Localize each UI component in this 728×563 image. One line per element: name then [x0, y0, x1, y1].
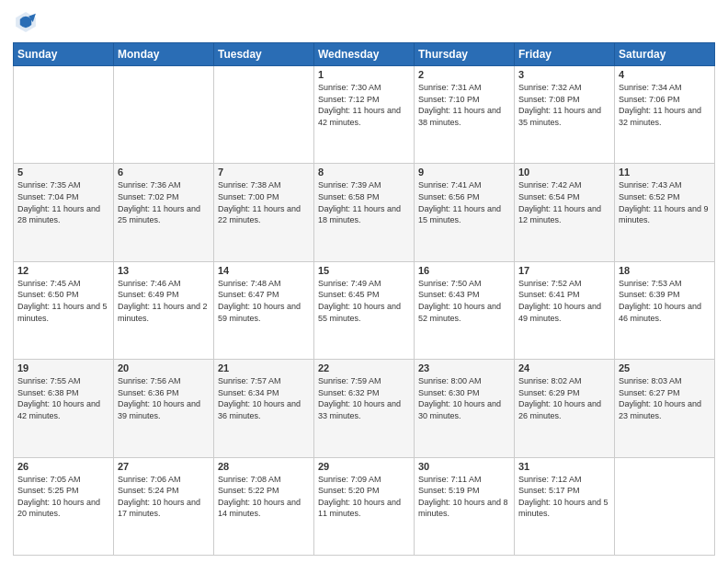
day-info: Sunrise: 8:03 AMSunset: 6:27 PMDaylight:… — [619, 375, 711, 421]
day-cell: 11Sunrise: 7:43 AMSunset: 6:52 PMDayligh… — [615, 164, 715, 261]
day-number: 25 — [619, 362, 711, 373]
day-cell: 17Sunrise: 7:52 AMSunset: 6:41 PMDayligh… — [515, 261, 615, 359]
day-info: Sunrise: 8:00 AMSunset: 6:30 PMDaylight:… — [418, 375, 510, 421]
calendar-container: SundayMondayTuesdayWednesdayThursdayFrid… — [0, 0, 728, 563]
day-cell: 3Sunrise: 7:32 AMSunset: 7:08 PMDaylight… — [515, 66, 615, 164]
day-cell: 30Sunrise: 7:11 AMSunset: 5:19 PMDayligh… — [415, 457, 515, 555]
day-info: Sunrise: 7:34 AMSunset: 7:06 PMDaylight:… — [619, 82, 711, 128]
day-number: 21 — [218, 362, 310, 373]
day-cell: 14Sunrise: 7:48 AMSunset: 6:47 PMDayligh… — [214, 261, 314, 359]
day-number: 23 — [418, 362, 510, 373]
day-info: Sunrise: 7:36 AMSunset: 7:02 PMDaylight:… — [118, 179, 210, 225]
day-number: 12 — [17, 265, 109, 276]
day-info: Sunrise: 8:02 AMSunset: 6:29 PMDaylight:… — [518, 375, 610, 421]
day-cell: 5Sunrise: 7:35 AMSunset: 7:04 PMDaylight… — [14, 164, 114, 261]
day-number: 20 — [118, 362, 210, 373]
day-number: 28 — [218, 461, 310, 472]
day-cell: 15Sunrise: 7:49 AMSunset: 6:45 PMDayligh… — [314, 261, 415, 359]
day-cell — [214, 66, 314, 164]
day-cell: 18Sunrise: 7:53 AMSunset: 6:39 PMDayligh… — [615, 261, 715, 359]
day-cell: 25Sunrise: 8:03 AMSunset: 6:27 PMDayligh… — [615, 360, 715, 457]
day-info: Sunrise: 7:35 AMSunset: 7:04 PMDaylight:… — [17, 179, 109, 225]
day-info: Sunrise: 7:38 AMSunset: 7:00 PMDaylight:… — [218, 179, 310, 225]
weekday-header-wednesday: Wednesday — [314, 43, 415, 66]
day-info: Sunrise: 7:05 AMSunset: 5:25 PMDaylight:… — [17, 474, 109, 520]
day-info: Sunrise: 7:53 AMSunset: 6:39 PMDaylight:… — [619, 278, 711, 324]
day-cell: 26Sunrise: 7:05 AMSunset: 5:25 PMDayligh… — [14, 457, 114, 555]
day-number: 3 — [518, 69, 610, 80]
weekday-header-tuesday: Tuesday — [214, 43, 314, 66]
day-number: 9 — [418, 167, 510, 178]
day-info: Sunrise: 7:55 AMSunset: 6:38 PMDaylight:… — [17, 375, 109, 421]
calendar: SundayMondayTuesdayWednesdayThursdayFrid… — [13, 42, 715, 556]
day-cell — [14, 66, 114, 164]
day-number: 18 — [619, 265, 711, 276]
day-cell: 22Sunrise: 7:59 AMSunset: 6:32 PMDayligh… — [314, 360, 415, 457]
day-info: Sunrise: 7:42 AMSunset: 6:54 PMDaylight:… — [518, 179, 610, 225]
day-cell: 12Sunrise: 7:45 AMSunset: 6:50 PMDayligh… — [14, 261, 114, 359]
day-info: Sunrise: 7:48 AMSunset: 6:47 PMDaylight:… — [218, 278, 310, 324]
weekday-header-thursday: Thursday — [415, 43, 515, 66]
day-info: Sunrise: 7:59 AMSunset: 6:32 PMDaylight:… — [318, 375, 410, 421]
logo-icon — [13, 9, 39, 35]
week-row-3: 12Sunrise: 7:45 AMSunset: 6:50 PMDayligh… — [14, 261, 715, 359]
day-number: 31 — [518, 461, 610, 472]
day-number: 8 — [318, 167, 410, 178]
calendar-table: SundayMondayTuesdayWednesdayThursdayFrid… — [13, 42, 715, 556]
day-info: Sunrise: 7:30 AMSunset: 7:12 PMDaylight:… — [318, 82, 410, 128]
day-info: Sunrise: 7:06 AMSunset: 5:24 PMDaylight:… — [118, 474, 210, 520]
day-cell: 21Sunrise: 7:57 AMSunset: 6:34 PMDayligh… — [214, 360, 314, 457]
day-number: 22 — [318, 362, 410, 373]
day-number: 10 — [518, 167, 610, 178]
day-cell: 29Sunrise: 7:09 AMSunset: 5:20 PMDayligh… — [314, 457, 415, 555]
day-cell: 4Sunrise: 7:34 AMSunset: 7:06 PMDaylight… — [615, 66, 715, 164]
day-info: Sunrise: 7:56 AMSunset: 6:36 PMDaylight:… — [118, 375, 210, 421]
day-number: 5 — [17, 167, 109, 178]
day-number: 27 — [118, 461, 210, 472]
day-cell: 31Sunrise: 7:12 AMSunset: 5:17 PMDayligh… — [515, 457, 615, 555]
day-number: 24 — [518, 362, 610, 373]
day-info: Sunrise: 7:52 AMSunset: 6:41 PMDaylight:… — [518, 278, 610, 324]
day-number: 17 — [518, 265, 610, 276]
day-cell: 9Sunrise: 7:41 AMSunset: 6:56 PMDaylight… — [415, 164, 515, 261]
week-row-2: 5Sunrise: 7:35 AMSunset: 7:04 PMDaylight… — [14, 164, 715, 261]
weekday-header-sunday: Sunday — [14, 43, 114, 66]
day-cell: 23Sunrise: 8:00 AMSunset: 6:30 PMDayligh… — [415, 360, 515, 457]
day-number: 15 — [318, 265, 410, 276]
day-info: Sunrise: 7:45 AMSunset: 6:50 PMDaylight:… — [17, 278, 109, 324]
day-number: 30 — [418, 461, 510, 472]
day-cell: 20Sunrise: 7:56 AMSunset: 6:36 PMDayligh… — [114, 360, 214, 457]
day-number: 4 — [619, 69, 711, 80]
day-cell: 7Sunrise: 7:38 AMSunset: 7:00 PMDaylight… — [214, 164, 314, 261]
day-info: Sunrise: 7:11 AMSunset: 5:19 PMDaylight:… — [418, 474, 510, 520]
day-number: 11 — [619, 167, 711, 178]
day-cell: 27Sunrise: 7:06 AMSunset: 5:24 PMDayligh… — [114, 457, 214, 555]
day-number: 29 — [318, 461, 410, 472]
day-cell: 16Sunrise: 7:50 AMSunset: 6:43 PMDayligh… — [415, 261, 515, 359]
day-number: 2 — [418, 69, 510, 80]
day-number: 13 — [118, 265, 210, 276]
day-info: Sunrise: 7:08 AMSunset: 5:22 PMDaylight:… — [218, 474, 310, 520]
day-cell: 2Sunrise: 7:31 AMSunset: 7:10 PMDaylight… — [415, 66, 515, 164]
day-number: 14 — [218, 265, 310, 276]
weekday-header-saturday: Saturday — [615, 43, 715, 66]
week-row-4: 19Sunrise: 7:55 AMSunset: 6:38 PMDayligh… — [14, 360, 715, 457]
day-number: 16 — [418, 265, 510, 276]
weekday-header-friday: Friday — [515, 43, 615, 66]
weekday-header-row: SundayMondayTuesdayWednesdayThursdayFrid… — [14, 43, 715, 66]
day-info: Sunrise: 7:46 AMSunset: 6:49 PMDaylight:… — [118, 278, 210, 324]
day-info: Sunrise: 7:09 AMSunset: 5:20 PMDaylight:… — [318, 474, 410, 520]
day-info: Sunrise: 7:41 AMSunset: 6:56 PMDaylight:… — [418, 179, 510, 225]
header — [13, 9, 715, 35]
day-info: Sunrise: 7:49 AMSunset: 6:45 PMDaylight:… — [318, 278, 410, 324]
day-info: Sunrise: 7:31 AMSunset: 7:10 PMDaylight:… — [418, 82, 510, 128]
day-number: 26 — [17, 461, 109, 472]
day-number: 7 — [218, 167, 310, 178]
weekday-header-monday: Monday — [114, 43, 214, 66]
day-cell: 19Sunrise: 7:55 AMSunset: 6:38 PMDayligh… — [14, 360, 114, 457]
day-info: Sunrise: 7:57 AMSunset: 6:34 PMDaylight:… — [218, 375, 310, 421]
day-cell — [114, 66, 214, 164]
logo — [13, 9, 42, 35]
day-info: Sunrise: 7:39 AMSunset: 6:58 PMDaylight:… — [318, 179, 410, 225]
day-info: Sunrise: 7:12 AMSunset: 5:17 PMDaylight:… — [518, 474, 610, 520]
